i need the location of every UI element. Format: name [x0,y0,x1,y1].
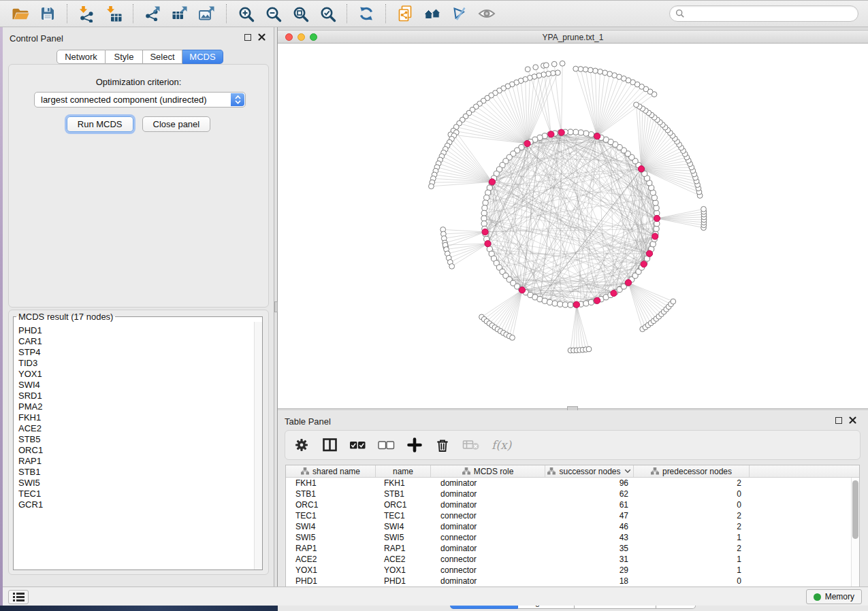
home-icon[interactable] [421,3,444,24]
panel-list-button[interactable] [8,590,29,604]
table-row[interactable]: ORC1ORC1dominator610 [286,499,859,510]
cell-shared-name[interactable]: PHD1 [286,576,376,587]
table-row[interactable]: ACE2ACE2connector311 [286,554,859,565]
mcds-result-item[interactable]: CAR1 [18,336,254,347]
cell-shared-name[interactable]: TEC1 [286,510,376,521]
show-graphics-details-icon[interactable] [475,3,498,24]
cell-successor-nodes[interactable]: 62 [545,489,634,499]
cell-predecessor-nodes[interactable]: 2 [634,543,750,554]
search-box[interactable] [669,5,858,22]
cell-name[interactable]: STB1 [376,489,431,499]
deselect-all-icon[interactable] [378,436,395,454]
cell-MCDS-role[interactable]: dominator [431,521,545,532]
cell-successor-nodes[interactable]: 29 [545,565,634,576]
network-window-titlebar[interactable]: YPA_prune.txt_1 [278,31,868,44]
cell-shared-name[interactable]: SWI5 [286,532,376,543]
cell-shared-name[interactable]: SWI4 [286,521,376,532]
mcds-result-list[interactable]: PHD1CAR1STP4TID3YOX1SWI4SRD1PMA2FKH1ACE2… [14,322,254,569]
annotations-icon[interactable] [448,3,471,24]
cell-predecessor-nodes[interactable]: 0 [634,576,750,587]
cell-name[interactable]: YOX1 [376,565,431,576]
cell-successor-nodes[interactable]: 18 [545,576,634,587]
close-panel-button[interactable]: Close panel [142,116,211,132]
mcds-result-item[interactable]: SWI5 [18,478,254,489]
mcds-result-item[interactable]: ACE2 [18,423,254,434]
table-row[interactable]: SWI4SWI4dominator462 [286,521,859,532]
zoom-in-icon[interactable] [234,3,257,24]
mcds-list-scrollbar[interactable] [254,322,262,569]
export-network-icon[interactable] [141,3,164,24]
table-row[interactable]: STB1STB1dominator620 [286,489,859,499]
cell-MCDS-role[interactable]: dominator [431,543,545,554]
table-row[interactable]: FKH1FKH1dominator962 [286,478,859,489]
cell-MCDS-role[interactable]: connector [431,554,545,565]
table-row[interactable]: RAP1RAP1dominator352 [286,543,859,554]
memory-button[interactable]: Memory [806,589,862,604]
delete-row-icon[interactable] [434,436,451,454]
table-row[interactable]: YOX1YOX1connector291 [286,565,859,576]
import-network-icon[interactable] [75,3,98,24]
column-visibility-icon[interactable] [321,436,338,454]
network-graph[interactable] [278,44,868,382]
cell-shared-name[interactable]: FKH1 [286,478,376,489]
mcds-result-item[interactable]: SRD1 [18,391,254,401]
tab-select[interactable]: Select [143,50,182,64]
cell-name[interactable]: RAP1 [376,543,431,554]
cell-successor-nodes[interactable]: 96 [545,478,634,489]
mcds-result-item[interactable]: STP4 [18,347,254,358]
cell-name[interactable]: SWI5 [376,532,431,543]
column-header-successor-nodes[interactable]: successor nodes [545,465,634,477]
cell-predecessor-nodes[interactable]: 0 [634,499,750,510]
save-session-icon[interactable] [36,3,59,24]
tab-network[interactable]: Network [57,50,106,64]
cell-name[interactable]: TEC1 [376,510,431,521]
mcds-result-item[interactable]: ORC1 [18,445,254,456]
table-options-icon[interactable] [293,436,310,454]
network-from-file-icon[interactable] [393,3,417,24]
import-table-icon[interactable] [102,3,125,24]
mcds-result-item[interactable]: TID3 [18,358,254,369]
criterion-dropdown[interactable]: largest connected component (undirected) [34,92,246,108]
cell-successor-nodes[interactable]: 47 [545,510,634,521]
float-panel-icon[interactable] [244,34,251,41]
cell-predecessor-nodes[interactable]: 2 [634,521,750,532]
column-header-predecessor-nodes[interactable]: predecessor nodes [634,465,750,477]
mcds-result-item[interactable]: TEC1 [18,489,254,499]
table-row[interactable]: SWI5SWI5connector431 [286,532,859,543]
cell-predecessor-nodes[interactable]: 0 [634,489,750,499]
cell-name[interactable]: FKH1 [376,478,431,489]
refresh-layout-icon[interactable] [355,3,378,24]
cell-shared-name[interactable]: STB1 [286,489,376,499]
mcds-result-item[interactable]: SWI4 [18,380,254,391]
apply-function-icon[interactable]: f(x) [492,436,511,454]
cell-name[interactable]: ORC1 [376,499,431,510]
cell-shared-name[interactable]: RAP1 [286,543,376,554]
float-panel-icon[interactable] [835,417,842,424]
cell-shared-name[interactable]: ACE2 [286,554,376,565]
table-row[interactable]: TEC1TEC1connector472 [286,510,859,521]
cell-name[interactable]: ACE2 [376,554,431,565]
zoom-fit-icon[interactable] [289,3,312,24]
mcds-result-item[interactable]: PMA2 [18,401,254,412]
cell-predecessor-nodes[interactable]: 1 [634,532,750,543]
cell-name[interactable]: PHD1 [376,576,431,587]
mcds-result-item[interactable]: GCR1 [18,499,254,510]
cell-shared-name[interactable]: YOX1 [286,565,376,576]
cell-predecessor-nodes[interactable]: 1 [634,565,750,576]
cell-name[interactable]: SWI4 [376,521,431,532]
cell-MCDS-role[interactable]: connector [431,532,545,543]
mcds-result-item[interactable]: YOX1 [18,369,254,380]
column-header-MCDS-role[interactable]: MCDS role [431,465,545,477]
mcds-result-item[interactable]: FKH1 [18,412,254,423]
delete-table-icon[interactable] [462,436,480,454]
cell-MCDS-role[interactable]: dominator [431,489,545,499]
export-image-icon[interactable] [195,3,219,24]
cell-predecessor-nodes[interactable]: 1 [634,554,750,565]
mcds-result-item[interactable]: PHD1 [18,325,254,336]
cell-MCDS-role[interactable]: dominator [431,478,545,489]
table-scrollbar[interactable] [851,478,859,591]
cell-MCDS-role[interactable]: connector [431,565,545,576]
cell-predecessor-nodes[interactable]: 2 [634,478,750,489]
cell-successor-nodes[interactable]: 61 [545,499,634,510]
cell-shared-name[interactable]: ORC1 [286,499,376,510]
